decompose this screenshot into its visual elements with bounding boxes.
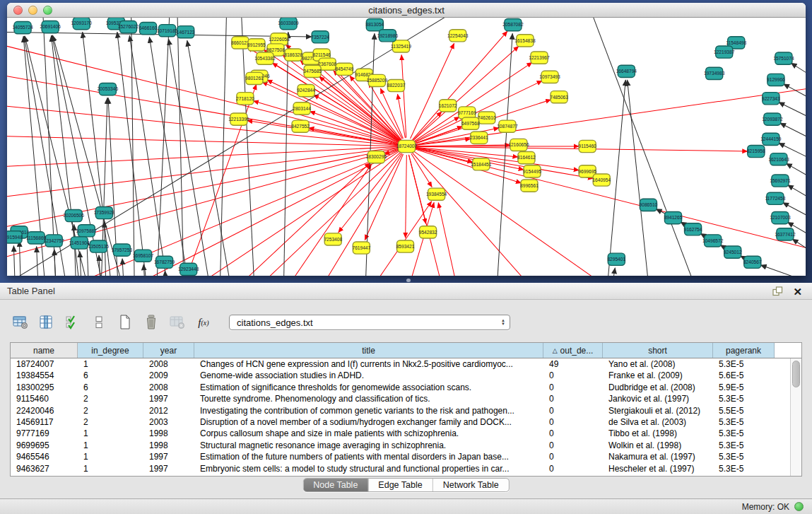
table-row[interactable]: 1938455462009Genome-wide association stu… bbox=[11, 370, 790, 381]
panel-splitter-handle[interactable] bbox=[406, 279, 411, 282]
table-cell[interactable]: Yano et al. (2008) bbox=[603, 358, 713, 370]
table-cell[interactable]: 9115460 bbox=[11, 393, 78, 404]
table-cell[interactable]: Genome-wide association studies in ADHD. bbox=[194, 370, 543, 381]
close-panel-icon[interactable]: ✕ bbox=[793, 286, 802, 297]
network-edge[interactable] bbox=[165, 271, 167, 276]
network-edge[interactable] bbox=[413, 151, 630, 276]
table-cell[interactable]: 0 bbox=[543, 393, 603, 404]
network-node[interactable]: 20587082 bbox=[502, 19, 524, 31]
table-cell[interactable]: 19384554 bbox=[11, 370, 78, 381]
table-cell[interactable]: Tibbo et al. (1998) bbox=[603, 428, 713, 439]
network-edge[interactable] bbox=[787, 185, 806, 209]
table-cell[interactable]: Franke et al. (2009) bbox=[603, 370, 713, 381]
network-edge[interactable] bbox=[283, 32, 288, 276]
table-cell[interactable]: 5.3E-5 bbox=[713, 358, 775, 370]
network-node[interactable]: 12923448 bbox=[178, 263, 199, 275]
table-cell[interactable]: 0 bbox=[543, 382, 603, 393]
network-edge[interactable] bbox=[99, 255, 101, 276]
table-cell[interactable]: 5.3E-5 bbox=[713, 428, 775, 439]
table-cell[interactable]: 9777169 bbox=[11, 428, 78, 439]
network-edge[interactable] bbox=[241, 18, 255, 276]
network-edge[interactable] bbox=[19, 240, 21, 276]
table-cell[interactable]: 5.3E-5 bbox=[713, 463, 775, 474]
network-edge[interactable] bbox=[792, 239, 806, 263]
network-node[interactable]: 18300295 bbox=[366, 151, 387, 163]
table-cell[interactable]: Dudbridge et al. (2008) bbox=[603, 382, 713, 393]
network-node[interactable]: 8240567 bbox=[743, 256, 762, 268]
table-cell[interactable]: 9699695 bbox=[11, 440, 78, 451]
memory-status-indicator[interactable] bbox=[794, 502, 804, 511]
network-edge[interactable] bbox=[496, 33, 512, 276]
network-node[interactable]: 9801261 bbox=[245, 72, 264, 84]
network-node[interactable]: 10719185 bbox=[157, 25, 178, 37]
table-row[interactable]: 969969511998Structural magnetic resonanc… bbox=[11, 440, 790, 451]
network-node[interactable]: 16958107 bbox=[133, 250, 154, 262]
network-node[interactable]: 6497568 bbox=[461, 117, 480, 129]
network-node[interactable]: 17359928 bbox=[94, 206, 115, 218]
table-settings-icon[interactable] bbox=[11, 313, 30, 332]
network-edge[interactable] bbox=[149, 37, 191, 276]
network-node[interactable]: 15885209 bbox=[367, 74, 388, 86]
table-vertical-scrollbar[interactable] bbox=[790, 358, 801, 476]
network-node[interactable]: 18724007 bbox=[396, 140, 418, 152]
table-cell[interactable]: Nakamura et al. (1997) bbox=[603, 451, 713, 462]
network-node[interactable]: 15276022 bbox=[118, 21, 139, 33]
table-cell[interactable]: 2008 bbox=[143, 382, 194, 393]
network-edge[interactable] bbox=[628, 80, 651, 276]
network-edge[interactable] bbox=[365, 154, 403, 240]
table-cell[interactable]: 22420046 bbox=[11, 405, 78, 416]
tab-network-table[interactable]: Network Table bbox=[433, 479, 509, 491]
table-row[interactable]: 1456911722003Disruption of a novel membe… bbox=[11, 416, 790, 428]
table-cell[interactable]: 1 bbox=[78, 428, 143, 439]
table-cell[interactable]: 0 bbox=[543, 416, 603, 428]
network-edge[interactable] bbox=[415, 148, 579, 170]
tab-edge-table[interactable]: Edge Table bbox=[368, 479, 433, 491]
network-edge[interactable] bbox=[220, 163, 370, 276]
network-node[interactable]: 17957253 bbox=[112, 244, 133, 256]
network-node[interactable]: 11772458 bbox=[765, 192, 785, 204]
table-cell[interactable]: 0 bbox=[543, 463, 603, 474]
network-node[interactable]: 8941265 bbox=[664, 212, 683, 224]
network-edge[interactable] bbox=[609, 268, 615, 276]
network-node[interactable]: 10975887 bbox=[76, 225, 98, 237]
table-cell[interactable]: 5.9E-5 bbox=[713, 382, 775, 393]
table-cell[interactable]: Estimation of the future numbers of pati… bbox=[194, 451, 543, 462]
table-cell[interactable]: 9465546 bbox=[11, 451, 78, 462]
network-node[interactable]: 20053346 bbox=[98, 83, 119, 95]
table-cell[interactable]: 1998 bbox=[143, 428, 194, 439]
network-node[interactable]: 12093170 bbox=[71, 18, 93, 30]
delete-column-icon[interactable] bbox=[142, 313, 160, 332]
network-edge[interactable] bbox=[406, 155, 407, 238]
network-node[interactable]: 14055724 bbox=[12, 22, 33, 34]
network-node[interactable]: 2803144 bbox=[293, 103, 311, 115]
table-cell[interactable]: Corpus callosum shape and size in male p… bbox=[194, 428, 543, 439]
float-panel-icon[interactable] bbox=[772, 286, 783, 296]
network-node[interactable]: 19384554 bbox=[426, 188, 447, 200]
network-node[interactable]: 9115460 bbox=[579, 140, 597, 152]
table-row[interactable]: 2242004622012Investigating the contribut… bbox=[11, 405, 790, 416]
network-node[interactable]: 16154838 bbox=[514, 35, 536, 47]
table-cell[interactable]: 6 bbox=[78, 370, 143, 381]
table-row[interactable]: 946554611997Estimation of the future num… bbox=[11, 451, 790, 462]
table-row[interactable]: 977716911998Corpus callosum shape and si… bbox=[11, 428, 790, 439]
table-cell[interactable]: Embryonic stem cells: a model to study s… bbox=[194, 463, 543, 474]
network-edge[interactable] bbox=[438, 203, 460, 276]
table-cell[interactable]: 1998 bbox=[143, 440, 194, 451]
table-cell[interactable]: 18724007 bbox=[11, 358, 78, 370]
minimize-window-button[interactable] bbox=[28, 6, 37, 15]
rows-icon[interactable] bbox=[90, 313, 108, 332]
scrollbar-thumb[interactable] bbox=[792, 361, 800, 387]
network-node[interactable]: 1621072 bbox=[439, 100, 457, 112]
network-edge[interactable] bbox=[7, 136, 398, 146]
network-edge[interactable] bbox=[415, 139, 470, 145]
network-edge[interactable] bbox=[411, 43, 454, 139]
table-cell[interactable]: 0 bbox=[543, 428, 603, 439]
network-node[interactable]: 8427552 bbox=[291, 120, 310, 132]
table-cell[interactable]: 49 bbox=[543, 358, 603, 370]
function-builder-icon[interactable]: f(x) bbox=[194, 313, 213, 332]
network-edge[interactable] bbox=[404, 202, 434, 276]
zoom-window-button[interactable] bbox=[43, 6, 52, 15]
new-column-icon[interactable] bbox=[116, 313, 134, 332]
network-node[interactable]: 20206506 bbox=[64, 209, 85, 221]
network-edge[interactable] bbox=[220, 18, 227, 276]
